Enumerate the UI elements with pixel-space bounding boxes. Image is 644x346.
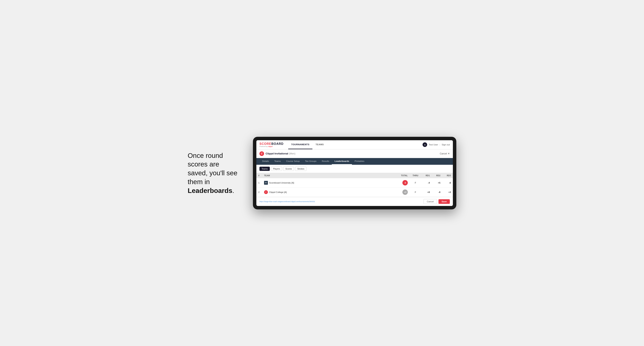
sidebar-line4: them in	[188, 178, 210, 185]
row1-rd2: +5	[432, 178, 442, 187]
sidebar-line2: scores are	[188, 160, 219, 168]
filter-bar: Teams Players Scores Strokes	[256, 165, 453, 173]
tournament-logo: C	[260, 151, 264, 156]
footer-url: https://stage-blue-coach.stagescoreboard…	[260, 201, 315, 202]
row2-total: +3	[396, 187, 410, 197]
row1-score-badge: -5	[402, 180, 408, 185]
row2-team-cell: C Clippd College [A]	[264, 190, 394, 194]
col-header-total: TOTAL	[396, 173, 410, 178]
filter-strokes-button[interactable]: Strokes	[295, 167, 306, 171]
sign-out-link[interactable]: Sign out	[442, 144, 450, 146]
row2-thru: F	[410, 187, 421, 197]
main-nav: TOURNAMENTS TEAMS	[288, 140, 327, 149]
sub-nav: Details Teams Course Setup Tee Groups Re…	[256, 158, 453, 165]
row1-team-name: Scoreboard University [A]	[269, 182, 294, 184]
nav-divider: |	[440, 144, 440, 146]
footer: https://stage-blue-coach.stagescoreboard…	[256, 197, 453, 206]
avatar: S	[422, 142, 427, 147]
tab-results[interactable]: Results	[319, 158, 332, 165]
col-header-rd3: RD3	[442, 173, 453, 178]
content-area: # TEAM TOTAL THRU RD1 RD2 RD3 1	[256, 173, 453, 197]
row1-rank: 1	[256, 178, 262, 187]
tab-tee-groups[interactable]: Tee Groups	[302, 158, 319, 165]
tab-printables[interactable]: Printables	[352, 158, 367, 165]
tournament-cancel-button[interactable]: Cancel ✕	[440, 152, 450, 155]
tournament-gender: (Men)	[289, 152, 295, 155]
tablet-device: SCOREBOARD Powered by clippd TOURNAMENTS…	[253, 137, 456, 209]
col-header-rd1: RD1	[421, 173, 432, 178]
filter-teams-button[interactable]: Teams	[260, 167, 270, 171]
row2-team: C Clippd College [A]	[262, 187, 396, 197]
tournament-name: Clippd Invitational	[266, 152, 288, 155]
row1-team-logo: SU	[264, 181, 268, 185]
footer-save-button[interactable]: Save	[438, 199, 450, 204]
row2-rd1: +8	[421, 187, 432, 197]
sidebar-line3: saved, you'll see	[188, 169, 237, 177]
nav-right: S Test User | Sign out	[422, 142, 450, 147]
row2-rd2: -8	[432, 187, 442, 197]
row1-rd3: -6	[442, 178, 453, 187]
filter-players-button[interactable]: Players	[271, 167, 282, 171]
sidebar-text: Once round scores are saved, you'll see …	[188, 151, 242, 195]
nav-tournaments[interactable]: TOURNAMENTS	[288, 140, 312, 149]
footer-cancel-button[interactable]: Cancel	[424, 199, 437, 204]
row1-team: SU Scoreboard University [A]	[262, 178, 396, 187]
col-header-team: TEAM	[262, 173, 396, 178]
sidebar-line5-bold: Leaderboards	[188, 187, 232, 194]
leaderboard-table: # TEAM TOTAL THRU RD1 RD2 RD3 1	[256, 173, 453, 197]
nav-teams[interactable]: TEAMS	[312, 140, 327, 149]
cancel-label: Cancel	[440, 152, 447, 155]
row2-rank: 2	[256, 187, 262, 197]
row1-total: -5	[396, 178, 410, 187]
tablet-screen: SCOREBOARD Powered by clippd TOURNAMENTS…	[256, 140, 453, 206]
sidebar-line1: Once round	[188, 152, 223, 159]
tab-leaderboards[interactable]: Leaderboards	[332, 158, 352, 165]
row1-thru: F	[410, 178, 421, 187]
col-header-rank: #	[256, 173, 262, 178]
tab-details[interactable]: Details	[260, 158, 272, 165]
top-nav: SCOREBOARD Powered by clippd TOURNAMENTS…	[256, 140, 453, 150]
tournament-header: C Clippd Invitational (Men) Cancel ✕	[256, 150, 453, 158]
col-header-thru: THRU	[410, 173, 421, 178]
filter-scores-button[interactable]: Scores	[283, 167, 294, 171]
tab-teams[interactable]: Teams	[272, 158, 284, 165]
page-wrapper: Once round scores are saved, you'll see …	[188, 137, 456, 209]
row2-team-name: Clippd College [A]	[269, 191, 287, 193]
table-header-row: # TEAM TOTAL THRU RD1 RD2 RD3	[256, 173, 453, 178]
row2-team-logo: C	[264, 190, 268, 194]
close-icon[interactable]: ✕	[448, 152, 450, 155]
logo-area: SCOREBOARD Powered by clippd	[260, 142, 284, 147]
user-name: Test User	[429, 144, 438, 146]
table-row: 1 SU Scoreboard University [A] -5 F	[256, 178, 453, 187]
tab-course-setup[interactable]: Course Setup	[284, 158, 302, 165]
col-header-rd2: RD2	[432, 173, 442, 178]
sidebar-line5-suffix: .	[232, 187, 234, 194]
row2-score-badge: +3	[402, 189, 408, 195]
logo-scoreboard: SCOREBOARD	[260, 142, 284, 146]
row1-team-cell: SU Scoreboard University [A]	[264, 181, 394, 185]
row1-rd1: -4	[421, 178, 432, 187]
row2-rd3: +3	[442, 187, 453, 197]
logo-powered: Powered by clippd	[260, 146, 284, 147]
table-row: 2 C Clippd College [A] +3 F	[256, 187, 453, 197]
